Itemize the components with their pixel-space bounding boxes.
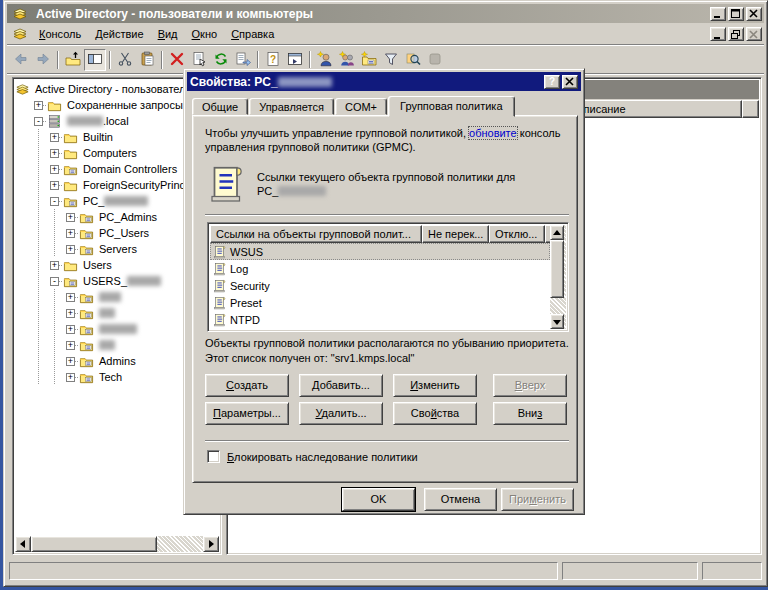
tree-expander[interactable]: + (63, 241, 79, 257)
gpmc-update-link[interactable]: обновите (469, 127, 517, 139)
menu-item-3[interactable]: Вид (151, 25, 185, 43)
применить-button[interactable]: Применить (501, 488, 574, 511)
ok-button[interactable]: OK (342, 488, 415, 511)
ou-icon (79, 369, 97, 385)
back-button[interactable] (10, 49, 32, 71)
параметры-button[interactable]: Параметры... (205, 402, 289, 425)
up-one-level-icon (65, 51, 81, 69)
scroll-up-button[interactable] (550, 225, 564, 240)
tree-item-label (97, 339, 117, 351)
menu-item-4[interactable]: Окно (185, 25, 225, 43)
tree-expander[interactable]: + (63, 353, 79, 369)
gpo-row-wsus[interactable]: WSUS (210, 243, 550, 260)
gpo-icon (213, 329, 230, 330)
folder-icon (63, 177, 81, 193)
new-user-icon (317, 51, 333, 69)
gpo-list-column[interactable]: Ссылки на объекты групповой полит... (210, 225, 422, 243)
tree-expander[interactable]: + (63, 225, 79, 241)
tree-guide (47, 209, 63, 225)
cut-button[interactable] (114, 49, 136, 71)
tab-общие[interactable]: Общие (192, 98, 248, 115)
gpo-row-preset[interactable]: Preset (210, 294, 550, 311)
scroll-left-button[interactable] (15, 536, 31, 552)
tree-expander[interactable]: + (47, 161, 63, 177)
gpo-list-column[interactable]: Не перек... (422, 225, 489, 243)
maximize-button[interactable] (728, 7, 744, 21)
mdi-restore-button[interactable] (728, 27, 744, 41)
tree-guide (15, 369, 31, 385)
tree-horizontal-scrollbar[interactable] (15, 536, 219, 552)
tree-guide (15, 209, 31, 225)
folder-icon (63, 257, 81, 273)
tab-управляется[interactable]: Управляется (249, 98, 334, 115)
gpo-icon (213, 295, 230, 311)
tree-expander[interactable]: - (47, 273, 63, 289)
вверх-button[interactable]: Вверх (493, 374, 567, 397)
tree-guide (47, 289, 63, 305)
result-column-blank-2[interactable] (742, 100, 759, 118)
gpo-row-label: Preset (230, 297, 262, 309)
scroll-right-button[interactable] (203, 536, 219, 552)
dialog-close-button[interactable] (562, 75, 578, 89)
gpo-list-column[interactable]: Отклю... (489, 225, 545, 243)
добавить-button[interactable]: Добавить... (299, 374, 383, 397)
scrollbar-thumb[interactable] (550, 240, 564, 298)
dialog-help-button[interactable]: ? (544, 75, 560, 89)
tree-item-label: PC_Users (97, 227, 151, 239)
gpo-row-log[interactable]: Log (210, 260, 550, 277)
redacted-text (67, 116, 103, 126)
tab-групповая-политика[interactable]: Групповая политика (388, 96, 514, 117)
tree-expander[interactable]: + (63, 209, 79, 225)
tree-expander[interactable]: + (47, 129, 63, 145)
minimize-button[interactable] (710, 7, 726, 21)
tree-guide (15, 273, 31, 289)
удалить-button[interactable]: Удалить... (299, 402, 383, 425)
scrollbar-track[interactable] (157, 536, 203, 552)
создать-button[interactable]: Создать (205, 374, 289, 397)
separator-line (205, 214, 569, 216)
menu-item-5[interactable]: Справка (224, 25, 281, 43)
gpo-row-ntpd[interactable]: NTPD (210, 311, 550, 328)
mdi-minimize-button[interactable] (710, 27, 726, 41)
menu-item-1[interactable]: Консоль (32, 25, 88, 43)
close-button[interactable] (746, 7, 762, 21)
tree-expander[interactable]: + (47, 257, 63, 273)
tab-com+[interactable]: COM+ (335, 98, 387, 115)
gpo-row-security[interactable]: Security (210, 277, 550, 294)
tree-expander[interactable]: + (63, 289, 79, 305)
tree-guide (15, 161, 31, 177)
paste-button[interactable] (136, 49, 158, 71)
tree-expander[interactable]: + (63, 321, 79, 337)
tree-guide (15, 289, 31, 305)
изменить-button[interactable]: Изменить (393, 374, 477, 397)
отмена-button[interactable]: Отмена (424, 488, 497, 511)
menu-item-2[interactable]: Действие (88, 25, 150, 43)
tree-expander[interactable]: + (31, 97, 47, 113)
scrollbar-thumb[interactable] (31, 536, 157, 552)
block-inheritance-checkbox[interactable] (207, 450, 220, 463)
gpo-row-label: Security (230, 280, 270, 292)
gpmc-intro-text: Чтобы улучшить управление групповой поли… (205, 126, 569, 154)
forward-button[interactable] (32, 49, 54, 71)
вниз-button[interactable]: Вниз (493, 402, 567, 425)
aduc-root-icon (15, 81, 33, 97)
свойства-button[interactable]: Свойства (393, 402, 477, 425)
list-vertical-scrollbar[interactable] (550, 225, 566, 329)
tree-expander[interactable]: - (47, 193, 63, 209)
tree-expander[interactable]: + (63, 369, 79, 385)
new-ou-icon (361, 51, 377, 69)
result-column-описание[interactable]: Описание (569, 100, 742, 118)
tree-expander[interactable]: + (63, 337, 79, 353)
status-bar (7, 558, 764, 583)
scroll-down-button[interactable] (550, 314, 564, 329)
up-one-level-button[interactable] (62, 49, 84, 71)
gpo-row-partial[interactable] (210, 328, 550, 329)
show-console-tree-button[interactable] (84, 49, 106, 71)
tree-expander[interactable]: + (47, 145, 63, 161)
tree-expander[interactable]: - (31, 113, 47, 129)
tree-guide (31, 369, 47, 385)
gpo-links-target: PC_ (257, 185, 278, 197)
tree-expander[interactable]: + (47, 177, 63, 193)
mdi-close-button[interactable] (746, 27, 762, 41)
tree-expander[interactable]: + (63, 305, 79, 321)
